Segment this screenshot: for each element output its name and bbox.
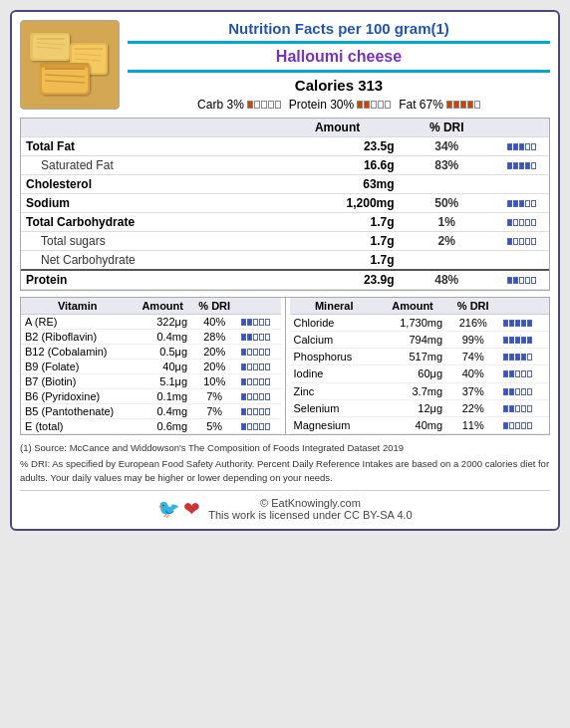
protein-bar — [357, 101, 391, 109]
nutrient-pct — [400, 251, 494, 271]
footer-license: This work is licensed under CC BY-SA 4.0 — [208, 509, 412, 521]
min-dri-header: % DRI — [446, 298, 499, 315]
bar-seg — [460, 101, 466, 109]
min-bar — [499, 382, 549, 399]
cyan-divider — [128, 41, 550, 44]
bar-seg — [357, 101, 363, 109]
vit-pct: 28% — [191, 330, 237, 345]
list-item: Chloride 1,730mg 216% — [290, 315, 550, 332]
min-amount: 1,730mg — [379, 315, 446, 332]
footnote1: (1) Source: McCance and Widdowson's The … — [20, 441, 550, 454]
macro-fat: Fat 67% — [399, 98, 480, 112]
macro-carb: Carb 3% — [197, 98, 281, 112]
min-amount: 12μg — [379, 399, 446, 416]
table-header-row: Amount % DRI — [21, 119, 549, 137]
vit-bar — [237, 374, 280, 389]
vitamin-table: Vitamin Amount % DRI A (RE) 322μg 40% B2… — [21, 298, 281, 434]
min-amount-header: Amount — [379, 298, 446, 315]
bar-cell — [494, 270, 549, 290]
vit-amount: 40μg — [134, 360, 191, 374]
page-title: Nutrition Facts per 100 gram(1) — [128, 20, 550, 37]
vit-pct: 20% — [191, 345, 237, 360]
vit-name: E (total) — [21, 419, 134, 434]
table-row: Saturated Fat 16.6g 83% — [21, 156, 549, 175]
bar-cell — [494, 156, 549, 175]
min-pct: 216% — [446, 315, 499, 332]
food-image — [20, 20, 120, 110]
list-item: A (RE) 322μg 40% — [21, 315, 281, 330]
table-row: Total Fat 23.5g 34% — [21, 137, 549, 156]
bar-seg — [254, 101, 260, 109]
calories-row: Calories 313 — [128, 77, 550, 94]
list-item: B5 (Pantothenate) 0.4mg 7% — [21, 404, 281, 419]
list-item: Zinc 3.7mg 37% — [290, 382, 550, 399]
macro-protein: Protein 30% — [289, 98, 391, 112]
nutrient-table: Amount % DRI Total Fat 23.5g 34% — [21, 119, 549, 290]
min-pct: 22% — [446, 399, 499, 416]
list-item: E (total) 0.6mg 5% — [21, 419, 281, 434]
bar-seg — [453, 101, 459, 109]
bar-seg — [268, 101, 274, 109]
list-item: Magnesium 40mg 11% — [290, 416, 550, 433]
bar-seg — [378, 101, 384, 109]
vit-name-header: Vitamin — [21, 298, 134, 315]
nutrient-amount: 1,200mg — [276, 194, 400, 213]
col-dri-header: % DRI — [400, 119, 494, 137]
vit-name: B9 (Folate) — [21, 360, 134, 374]
cyan-divider2 — [128, 70, 550, 73]
min-bar — [499, 399, 549, 416]
table-row: Cholesterol 63mg — [21, 175, 549, 194]
min-name-header: Mineral — [290, 298, 379, 315]
min-bar — [499, 315, 549, 332]
nutrient-pct: 34% — [400, 137, 494, 156]
vit-amount: 0.4mg — [134, 330, 191, 345]
vit-name: B2 (Riboflavin) — [21, 330, 134, 345]
min-name: Chloride — [290, 315, 379, 332]
vit-amount: 5.1μg — [134, 374, 191, 389]
min-header-row: Mineral Amount % DRI — [290, 298, 550, 315]
min-amount: 3.7mg — [379, 382, 446, 399]
nutrient-pct: 1% — [400, 213, 494, 232]
nutrient-label: Net Carbohydrate — [21, 251, 276, 271]
footer-icons: 🐦 ❤ — [157, 497, 200, 521]
vit-bar — [237, 315, 280, 330]
food-name: Halloumi cheese — [128, 48, 550, 66]
vit-bar — [237, 419, 280, 434]
nutrient-label: Total Carbohydrate — [21, 213, 276, 232]
vit-header-row: Vitamin Amount % DRI — [21, 298, 281, 315]
bar-seg — [474, 101, 480, 109]
min-name: Phosphorus — [290, 349, 379, 365]
nutrient-amount: 23.9g — [276, 270, 400, 290]
min-amount: 517mg — [379, 349, 446, 365]
table-row: Total Carbohydrate 1.7g 1% — [21, 213, 549, 232]
vit-amount: 322μg — [134, 315, 191, 330]
svg-rect-15 — [40, 63, 90, 68]
bar-seg — [247, 101, 253, 109]
col-bar-header — [494, 119, 549, 137]
nutrient-amount: 1.7g — [276, 232, 400, 251]
vit-name: B5 (Pantothenate) — [21, 404, 134, 419]
list-item: Phosphorus 517mg 74% — [290, 349, 550, 365]
vit-name: B6 (Pyridoxine) — [21, 389, 134, 404]
table-row: Net Carbohydrate 1.7g — [21, 251, 549, 271]
list-item: B7 (Biotin) 5.1μg 10% — [21, 374, 281, 389]
vit-amount: 0.1mg — [134, 389, 191, 404]
nutrient-pct: 2% — [400, 232, 494, 251]
vit-bar-header — [237, 298, 280, 315]
vit-name: B7 (Biotin) — [21, 374, 134, 389]
bottom-tables: Vitamin Amount % DRI A (RE) 322μg 40% B2… — [20, 297, 550, 435]
min-name: Iodine — [290, 365, 379, 382]
min-pct: 99% — [446, 332, 499, 349]
nutrient-pct: 48% — [400, 270, 494, 290]
col-name-header — [21, 119, 276, 137]
nutrient-amount: 23.5g — [276, 137, 400, 156]
bird-icon: 🐦 — [157, 498, 179, 520]
list-item: B9 (Folate) 40μg 20% — [21, 360, 281, 374]
min-name: Magnesium — [290, 416, 379, 433]
footnote-section: (1) Source: McCance and Widdowson's The … — [20, 441, 550, 484]
vit-name: B12 (Cobalamin) — [21, 345, 134, 360]
heart-icon: ❤ — [183, 497, 200, 521]
vit-pct: 7% — [191, 389, 237, 404]
protein-label: Protein 30% — [289, 98, 354, 112]
min-bar-header — [499, 298, 549, 315]
